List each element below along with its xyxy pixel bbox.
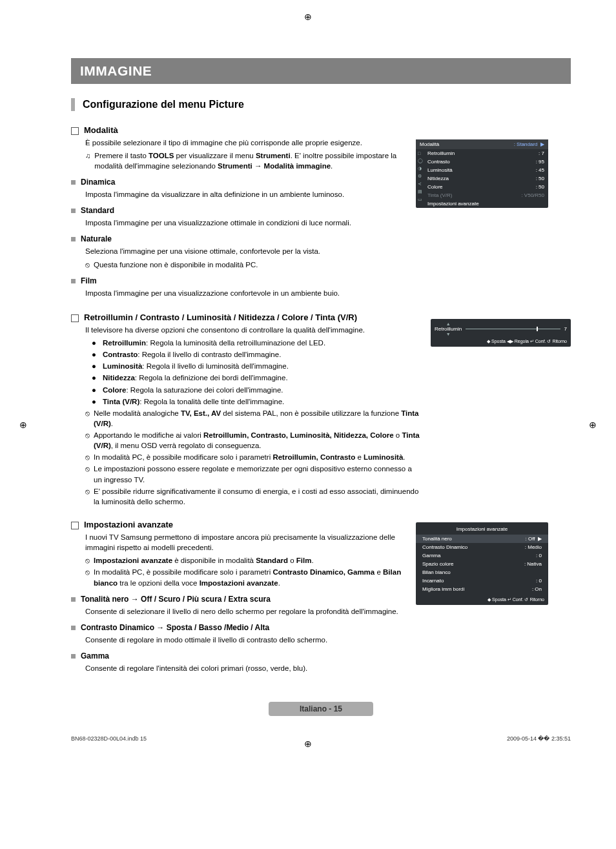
q-item-adv: Impostazioni avanzate [71, 520, 407, 529]
note-row: ⦸In modalità PC, è possibile modificare … [85, 452, 422, 462]
note-row: ⦸E' possibile ridurre significativamente… [85, 486, 422, 507]
m-label: Contrasto Dinamico → Sposta / Basso /Med… [81, 623, 269, 632]
q-item-modalita: Modalità [71, 125, 407, 135]
bookmark-icon [71, 522, 79, 529]
square-icon [71, 209, 76, 213]
osd-row: Tonalità nero: Off ▶ [416, 535, 548, 543]
bullet-row: ●Luminosità: Regola il livello di lumino… [85, 361, 422, 371]
body-text: Imposta l'immagine da visualizzare in al… [85, 189, 407, 199]
m-item: Tonalità nero → Off / Scuro / Più scura … [71, 595, 407, 604]
note-text: Questa funzione non è disponibile in mod… [94, 260, 258, 270]
square-icon [71, 626, 76, 630]
bookmark-icon [71, 314, 79, 322]
square-icon [71, 597, 76, 602]
page-footer-pill: Italiano - 15 [269, 702, 373, 716]
osd-row: Tinta (V/R): V50/R50 [416, 191, 548, 199]
note-text: Premere il tasto TOOLS per visualizzare … [94, 150, 407, 171]
info-icon: ⦸ [85, 453, 90, 462]
osd-row: Bilan bianco [416, 568, 548, 577]
osd-footer-hints: ◆ Sposta ↵ Conf. ↺ Ritorno [416, 593, 548, 605]
down-arrow-icon: ▼ [446, 332, 451, 336]
bullet-row: ●Tinta (V/R): Regola la tonalità delle t… [85, 396, 422, 407]
note-text: In modalità PC, è possibile modificare s… [94, 567, 407, 588]
body-text: Consente di regolare in modo ottimale il… [85, 635, 407, 645]
osd-slider-track [466, 329, 560, 329]
up-arrow-icon: ▲ [446, 322, 451, 326]
info-icon: ⦸ [85, 431, 90, 440]
m-label: Tonalità nero → Off / Scuro / Più scura … [81, 595, 271, 604]
osd-row: Luminosità: 45 [416, 166, 548, 174]
body-text: Seleziona l'immagine per una visione ott… [85, 246, 407, 256]
register-mark-left: ⊕ [19, 420, 27, 430]
info-icon: ⦸ [85, 487, 90, 496]
bullet-row: ●Nitidezza: Regola la definizione dei bo… [85, 373, 422, 383]
info-icon: ⦸ [85, 464, 90, 474]
osd-row: Migliora imm bordi: On [416, 585, 548, 593]
bullet-row: ●Contrasto: Regola il livello di contras… [85, 349, 422, 360]
osd-header: Modalità : Standard ▶ [416, 139, 548, 149]
note-row: ⦸Apportando le modifiche ai valori Retro… [85, 430, 422, 451]
osd-param-value: 7 [564, 326, 567, 332]
register-mark-top: ⊕ [304, 12, 312, 22]
square-icon [71, 279, 76, 283]
q-label: Impostazioni avanzate [84, 520, 173, 529]
osd-row: Contrasto: 95 [416, 158, 548, 166]
m-label: Standard [81, 206, 114, 215]
note-text: In modalità PC, è possibile modificare s… [94, 452, 406, 462]
m-item: Gamma [71, 651, 407, 660]
q-label: Modalità [84, 125, 118, 135]
osd-preview-modalita: □◯◑⚙≺▤▭ Modalità : Standard ▶ Retroillum… [416, 139, 548, 208]
body-text: Consente di selezionare il livello di ne… [85, 606, 407, 617]
info-icon: ⦸ [85, 260, 90, 270]
osd-panel: □◯◑⚙≺▤▭ Modalità : Standard ▶ Retroillum… [416, 139, 548, 208]
note-row: ⦸Impostazioni avanzate è disponibile in … [85, 555, 407, 566]
osd-row: Gamma: 0 [416, 551, 548, 560]
osd-row: Incarnato: 0 [416, 577, 548, 585]
m-label: Dinamica [81, 178, 115, 187]
note-text: Impostazioni avanzate è disponibile in m… [94, 555, 314, 566]
section-title: Configurazione del menu Picture [83, 99, 244, 110]
osd-header-label: Modalità [420, 141, 439, 147]
register-mark-bottom: ⊕ [304, 739, 312, 749]
osd-header-value: : Standard ▶ [514, 141, 544, 147]
q-item-params: Retroillumin / Contrasto / Luminosità / … [71, 312, 422, 322]
bullet-row: ●Retroillumin: Regola la luminosità dell… [85, 338, 422, 348]
info-icon: ⦸ [85, 568, 90, 577]
osd-side-icons: □◯◑⚙≺▤▭ [418, 151, 423, 202]
square-icon [71, 654, 76, 659]
osd-row: Colore: 50 [416, 183, 548, 191]
note-row: ⦸Nelle modalità analogiche TV, Est., AV … [85, 408, 422, 429]
register-mark-right: ⊕ [589, 420, 597, 430]
osd-footer-hints: ◆ Sposta ◀▶ Regola ↵ Conf. ↺ Ritorno [435, 339, 567, 344]
osd-param-label: Retroillumin [435, 326, 462, 332]
m-item: Dinamica [71, 178, 407, 187]
osd-adv-panel: Impostazioni avanzate Tonalità nero: Off… [416, 522, 548, 605]
note-row: ⦸In modalità PC, è possibile modificare … [85, 567, 407, 588]
osd-row: Contrasto Dinamico: Medio [416, 543, 548, 551]
section-accent-bar [71, 98, 75, 111]
body-text: Imposta l'immagine per una visualizzazio… [85, 218, 407, 228]
info-icon: ⦸ [85, 556, 90, 566]
bullet-row: ●Colore: Regola la saturazione dei color… [85, 385, 422, 395]
body-text: Imposta l'immagine per una visualizzazio… [85, 288, 407, 298]
square-icon [71, 180, 76, 185]
body-text: È possibile selezionare il tipo di immag… [85, 138, 407, 148]
note-text: Nelle modalità analogiche TV, Est., AV d… [94, 408, 422, 429]
tools-note: ♫ Premere il tasto TOOLS per visualizzar… [85, 150, 407, 171]
note-text: Apportando le modifiche ai valori Retroi… [94, 430, 422, 451]
m-item: Standard [71, 206, 407, 215]
osd-row: Spazio colore: Nativa [416, 560, 548, 568]
print-footer: BN68-02328D-00L04.indb 15 2009-05-14 �� … [71, 735, 571, 742]
osd-slider-panel: ▲ Retroillumin ▼ 7 ◆ Sposta ◀▶ Regola ↵ … [431, 319, 571, 347]
body-text: Il televisore ha diverse opzioni che con… [85, 325, 422, 335]
osd-title: Impostazioni avanzate [416, 526, 548, 535]
m-label: Naturale [81, 234, 112, 243]
osd-row: Nitidezza: 50 [416, 174, 548, 183]
osd-row: Retroillumin: 7 [416, 149, 548, 158]
osd-row: Impostazioni avanzate [416, 199, 548, 208]
m-label: Film [81, 276, 97, 285]
section-banner: IMMAGINE [71, 58, 571, 84]
body-text: I nuovi TV Samsung permettono di imposta… [85, 532, 407, 553]
tools-icon: ♫ [85, 151, 90, 161]
note-text: Le impostazioni possono essere regolate … [94, 464, 422, 484]
